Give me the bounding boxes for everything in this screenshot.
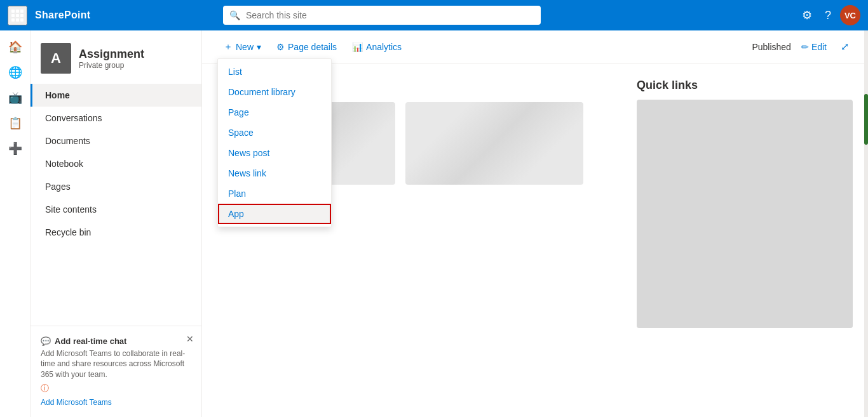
main-content: ＋ New ▾ ⚙ Page details 📊 Analytics Publi… — [202, 30, 868, 417]
edit-label: Edit — [811, 42, 827, 52]
sidebar-item-documents[interactable]: Documents — [31, 129, 201, 152]
nav-label-documents: Documents — [45, 136, 90, 146]
dropdown-item-document-library[interactable]: Document library — [218, 82, 331, 102]
dropdown-item-plan[interactable]: Plan — [218, 183, 331, 204]
new-button[interactable]: ＋ New ▾ — [217, 37, 268, 56]
scrollbar-thumb[interactable] — [864, 94, 868, 145]
toolbar-right: Published ✏ Edit ⤢ — [752, 37, 853, 56]
published-badge: Published — [752, 42, 791, 52]
rail-globe-icon[interactable]: 🌐 — [4, 61, 27, 84]
page-toolbar: ＋ New ▾ ⚙ Page details 📊 Analytics Publi… — [202, 30, 868, 63]
search-input[interactable] — [223, 6, 541, 25]
close-banner-button[interactable]: ✕ — [186, 334, 194, 344]
sidebar-item-pages[interactable]: Pages — [31, 175, 201, 198]
rail-add-icon[interactable]: ➕ — [4, 137, 27, 160]
sidebar-item-recycle-bin[interactable]: Recycle bin — [31, 221, 201, 244]
analytics-button[interactable]: 📊 Analytics — [346, 38, 408, 56]
nav-label-site-contents: Site contents — [45, 204, 97, 215]
quick-links-box — [637, 100, 853, 328]
teams-warning-icon: ⓘ — [41, 383, 191, 394]
sidebar-nav: Home Conversations Documents Notebook Pa… — [31, 81, 201, 326]
add-teams-link[interactable]: Add Microsoft Teams — [41, 398, 191, 407]
new-dropdown-menu: List Document library Page Space News po… — [217, 58, 332, 227]
topbar-actions: ⚙ ? VC — [798, 5, 860, 25]
avatar[interactable]: VC — [840, 5, 860, 25]
dropdown-item-news-link[interactable]: News link — [218, 163, 331, 183]
teams-icon: 💬 — [41, 336, 51, 346]
new-label: New — [236, 42, 254, 52]
activity-card-2 — [405, 102, 583, 185]
page-details-label: Page details — [288, 42, 337, 52]
site-info: Assignment Private group — [79, 48, 144, 70]
dropdown-item-list[interactable]: List — [218, 62, 331, 82]
topbar: SharePoint 🔍 ⚙ ? VC — [0, 0, 868, 30]
add-teams-desc: Add Microsoft Teams to collaborate in re… — [41, 348, 191, 380]
site-header: A Assignment Private group — [31, 30, 201, 81]
analytics-label: Analytics — [366, 42, 402, 52]
site-type: Private group — [79, 61, 144, 70]
rail-video-icon[interactable]: 📺 — [4, 86, 27, 109]
sidebar: A Assignment Private group Home Conversa… — [31, 30, 202, 417]
nav-label-pages: Pages — [45, 182, 71, 192]
quick-links-title: Quick links — [637, 79, 853, 92]
waffle-icon — [11, 10, 24, 22]
page-wrap: A Assignment Private group Home Conversa… — [31, 30, 868, 417]
sidebar-item-notebook[interactable]: Notebook — [31, 152, 201, 175]
waffle-button[interactable] — [8, 6, 27, 25]
help-icon[interactable]: ? — [821, 6, 835, 25]
site-name: Assignment — [79, 48, 144, 61]
right-scrollbar — [864, 30, 868, 417]
sidebar-bottom: ✕ 💬 Add real-time chat Add Microsoft Tea… — [31, 326, 201, 417]
add-teams-banner: 💬 Add real-time chat Add Microsoft Teams… — [41, 334, 191, 409]
dropdown-item-app[interactable]: App — [218, 204, 331, 224]
gear-icon: ⚙ — [276, 42, 285, 52]
page-details-button[interactable]: ⚙ Page details — [270, 38, 343, 56]
add-teams-title: 💬 Add real-time chat — [41, 336, 191, 346]
nav-label-home: Home — [45, 90, 70, 100]
fullscreen-button[interactable]: ⤢ — [837, 37, 853, 56]
left-rail: 🏠 🌐 📺 📋 ➕ — [0, 30, 31, 417]
dropdown-item-space[interactable]: Space — [218, 122, 331, 143]
nav-label-conversations: Conversations — [45, 113, 102, 123]
nav-label-notebook: Notebook — [45, 159, 83, 169]
dropdown-item-news-post[interactable]: News post — [218, 143, 331, 163]
edit-icon: ✏ — [801, 42, 809, 52]
plus-icon: ＋ — [224, 41, 233, 53]
edit-button[interactable]: ✏ Edit — [796, 38, 832, 56]
chart-icon: 📊 — [352, 42, 363, 52]
content-right: Quick links — [637, 79, 853, 328]
sidebar-item-site-contents[interactable]: Site contents — [31, 198, 201, 221]
dropdown-item-page[interactable]: Page — [218, 102, 331, 122]
brand-label: SharePoint — [35, 10, 90, 21]
site-logo: A — [41, 43, 71, 74]
sidebar-item-conversations[interactable]: Conversations — [31, 107, 201, 129]
sidebar-item-home[interactable]: Home — [31, 84, 201, 107]
card-shimmer-2 — [405, 102, 583, 185]
search-icon: 🔍 — [229, 10, 240, 20]
rail-home-icon[interactable]: 🏠 — [4, 36, 27, 58]
search-container: 🔍 — [223, 6, 541, 25]
settings-icon[interactable]: ⚙ — [798, 6, 816, 25]
rail-notes-icon[interactable]: 📋 — [4, 112, 27, 135]
chevron-down-icon: ▾ — [257, 42, 261, 52]
nav-label-recycle-bin: Recycle bin — [45, 227, 91, 237]
